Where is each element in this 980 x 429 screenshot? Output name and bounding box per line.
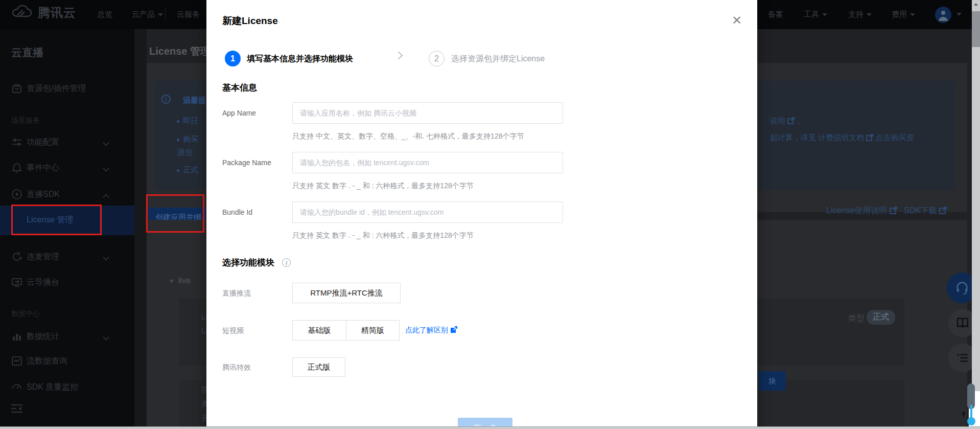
app-name-helper: 只支持 中文、英文、数字、空格、_、-和. 七种格式，最多支持128个字节 bbox=[292, 132, 524, 141]
gauge-icon bbox=[11, 381, 22, 393]
list-icon bbox=[956, 351, 969, 365]
nav-billing[interactable]: 费用 bbox=[892, 10, 915, 19]
bundle-id-helper: 只支持 英文 数字 . - _ 和 : 六种格式，最多支持128个字节 bbox=[292, 231, 474, 240]
info-icon[interactable]: i bbox=[282, 258, 291, 267]
chevron-down-icon bbox=[103, 140, 109, 146]
window-bottom-edge bbox=[0, 426, 980, 429]
type-badge: 正式 bbox=[867, 310, 895, 325]
sidebar-item-sdk-quality[interactable]: SDK 质量监控 bbox=[0, 380, 134, 396]
package-name-label: Package Name bbox=[222, 159, 271, 167]
chevron-down-icon bbox=[910, 13, 915, 16]
bar-chart-icon bbox=[11, 331, 22, 342]
notice-right-line-2: 起计算，详见 计费说明文档 点击购买资 bbox=[770, 133, 914, 143]
add-module-button-fragment[interactable]: 块 bbox=[759, 371, 786, 391]
close-icon[interactable]: ✕ bbox=[729, 12, 745, 29]
chevron-down-icon bbox=[103, 254, 109, 261]
bundle-id-input[interactable] bbox=[292, 201, 563, 223]
license-group-live[interactable]: live bbox=[169, 276, 191, 285]
notice-bullet-3: 正式 bbox=[183, 165, 198, 175]
chevron-down-icon bbox=[103, 334, 109, 341]
nav-products[interactable]: 云产品 bbox=[132, 10, 163, 19]
bullet-dot bbox=[177, 139, 179, 141]
nav-beian[interactable]: 备案 bbox=[768, 10, 783, 19]
sidebar-item-mic-mgmt[interactable]: 连麦管理 bbox=[0, 250, 134, 265]
notice-bullet-2-link[interactable]: 源包 bbox=[177, 148, 193, 157]
doc-links: License使用说明 SDK下载 bbox=[826, 206, 947, 216]
live-push-label: 直播推流 bbox=[222, 289, 251, 298]
package-name-helper: 只支持 英文 数字 . - _ 和 : 六种格式，最多支持128个字节 bbox=[292, 182, 474, 191]
bundle-id-label: Bundle Id bbox=[222, 208, 252, 216]
sidebar-item-data-stats[interactable]: 数据统计 bbox=[0, 330, 134, 345]
sidebar-section-data: 数据中心 bbox=[11, 309, 40, 319]
module-heading: 选择功能模块 bbox=[222, 257, 274, 268]
type-label: 类型 bbox=[848, 313, 865, 324]
sidebar-item-live-sdk[interactable]: 直播SDK bbox=[0, 188, 134, 203]
monitor-icon bbox=[11, 277, 22, 288]
screen: 腾讯云 总览 云产品 云服务 备案 工具 支持 费用 云直播 资源包/插件管理 … bbox=[0, 0, 980, 429]
scrollbar-up-arrow[interactable] bbox=[972, 0, 980, 9]
sliders-icon bbox=[11, 137, 22, 148]
info-icon: i bbox=[161, 95, 171, 104]
nav-divider bbox=[165, 7, 166, 21]
learn-difference-link[interactable]: 点此了解区别 bbox=[405, 326, 457, 335]
sidebar-item-event-center[interactable]: 事件中心 bbox=[0, 161, 134, 176]
chevron-down-icon bbox=[158, 13, 163, 16]
rtmp-rtc-option[interactable]: RTMP推流+RTC推流 bbox=[292, 283, 401, 303]
billing-doc-link[interactable]: 计费说明文档 bbox=[818, 133, 864, 142]
user-icon bbox=[937, 9, 949, 21]
nav-tools[interactable]: 工具 bbox=[804, 10, 827, 19]
official-edition-option[interactable]: 正式版 bbox=[292, 357, 345, 377]
cursor-artifact bbox=[967, 417, 975, 425]
app-name-label: App Name bbox=[222, 109, 256, 117]
chevron-right-icon bbox=[395, 52, 403, 60]
nav-overview[interactable]: 总览 bbox=[97, 10, 112, 19]
tencent-cloud-logo[interactable]: 腾讯云 bbox=[10, 4, 76, 21]
sidebar-item-resource-mgmt[interactable]: 资源包/插件管理 bbox=[0, 82, 134, 97]
notice-right-link-1[interactable]: 说明 。 bbox=[770, 116, 804, 126]
buy-resource-link[interactable]: 点击购买资 bbox=[876, 133, 914, 142]
collapse-sidebar-icon[interactable] bbox=[11, 404, 22, 413]
lite-edition-option[interactable]: 精简版 bbox=[346, 321, 399, 340]
external-link-icon bbox=[450, 326, 457, 333]
notice-bullet-1: 即日 bbox=[183, 116, 198, 126]
avatar[interactable] bbox=[935, 7, 951, 23]
app-name-input[interactable] bbox=[292, 102, 563, 124]
chevron-down-icon bbox=[103, 165, 109, 172]
sidebar-section-scene: 场景服务 bbox=[11, 116, 40, 125]
step-1-label: 填写基本信息并选择功能模块 bbox=[247, 54, 353, 64]
basic-edition-option[interactable]: 基础版 bbox=[293, 321, 346, 340]
cloud-icon bbox=[10, 4, 33, 21]
license-usage-link[interactable]: License使用说明 bbox=[826, 206, 887, 215]
nav-support[interactable]: 支持 bbox=[848, 10, 872, 19]
short-video-label: 短视频 bbox=[222, 326, 244, 335]
chevron-down-icon[interactable] bbox=[956, 13, 962, 16]
line-chart-icon bbox=[11, 355, 22, 367]
external-link-icon bbox=[787, 117, 795, 124]
dialog-title: 新建License bbox=[222, 14, 278, 28]
external-link-icon bbox=[939, 207, 947, 214]
external-link-icon bbox=[890, 207, 897, 214]
nav-services[interactable]: 云服务 bbox=[177, 10, 200, 19]
basic-info-heading: 基本信息 bbox=[222, 82, 257, 94]
sidebar-item-stream-query[interactable]: 流数据查询 bbox=[0, 354, 134, 370]
short-video-options: 基础版 精简版 bbox=[292, 320, 400, 341]
external-link-icon bbox=[866, 134, 873, 141]
sdk-download-link[interactable]: SDK下载 bbox=[904, 206, 937, 215]
annotation-box-license-menu bbox=[11, 205, 102, 235]
scrollbar-thumb[interactable] bbox=[972, 11, 980, 47]
chevron-up-icon bbox=[103, 194, 109, 200]
annotation-box-create-button bbox=[146, 194, 204, 233]
tencent-effect-label: 腾讯特效 bbox=[222, 363, 251, 372]
scrollbar-track[interactable] bbox=[972, 0, 980, 391]
triangle-down-icon bbox=[169, 280, 174, 283]
brand-text: 腾讯云 bbox=[38, 5, 76, 21]
package-icon bbox=[11, 83, 22, 94]
step-2-label: 选择资源包并绑定License bbox=[451, 54, 545, 64]
sidebar-title: 云直播 bbox=[11, 46, 43, 60]
package-name-input[interactable] bbox=[292, 152, 563, 173]
sidebar-item-cloud-director[interactable]: 云导播台 bbox=[0, 276, 134, 291]
play-circle-icon bbox=[11, 189, 22, 200]
step-1-circle: 1 bbox=[225, 51, 241, 66]
sidebar-item-feature-config[interactable]: 功能配置 bbox=[0, 136, 134, 151]
notice-bullet-2: 购买 bbox=[183, 134, 198, 144]
